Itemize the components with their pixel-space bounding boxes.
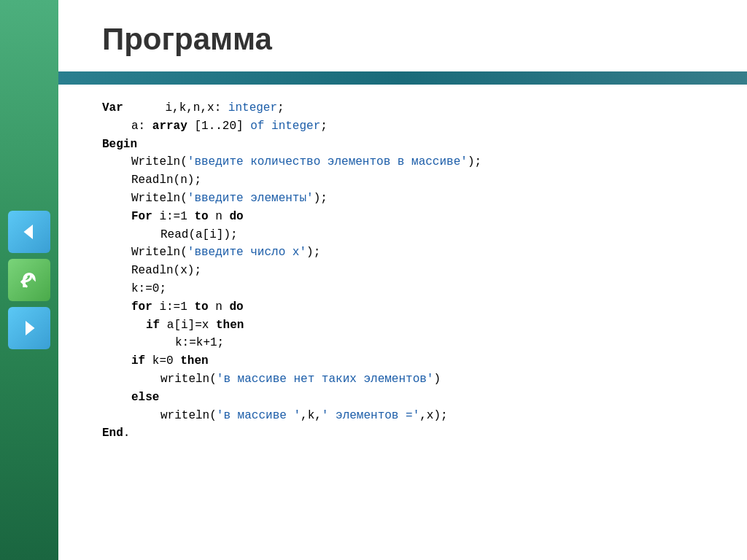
keyword-do: do <box>229 210 243 223</box>
code-text: [1..20] <box>187 120 250 133</box>
main-content: Программа Var i,k,n,x: integer; a: array… <box>58 0 747 560</box>
code-block: Var i,k,n,x: integer; a: array [1..20] o… <box>102 99 703 443</box>
keyword-do2: do <box>229 300 243 314</box>
code-line-18: writeln('в массиве ',k,' элементов =',x)… <box>102 407 703 425</box>
keyword-else: else <box>131 391 159 404</box>
code-line-8: Read(a[i]); <box>102 226 703 244</box>
keyword-for: For <box>131 210 152 223</box>
string-5: 'в массиве ' <box>217 409 301 422</box>
sidebar <box>0 0 58 560</box>
string-1: 'введите количество элементов в массиве' <box>187 155 468 168</box>
code-text: ); <box>468 155 481 168</box>
code-text: k=0 <box>145 354 180 368</box>
string-6: ' элементов =' <box>322 409 419 422</box>
code-text: Readln(x); <box>131 264 201 277</box>
code-text: ; <box>277 101 285 114</box>
keyword-for2: for <box>131 300 152 314</box>
code-text: n <box>209 210 230 223</box>
code-text: k:=k+1; <box>175 336 224 349</box>
code-text: a: <box>131 120 152 133</box>
keyword-of: of <box>250 120 264 133</box>
code-line-17: else <box>102 389 703 407</box>
code-line-11: k:=0; <box>102 280 703 298</box>
home-icon <box>18 269 40 291</box>
back-arrow-icon <box>18 221 40 243</box>
string-4: 'в массиве нет таких элементов' <box>217 373 434 386</box>
keyword-if2: if <box>131 354 145 368</box>
code-line-4: Writeln('введите количество элементов в … <box>102 153 703 171</box>
code-text: Writeln( <box>131 246 187 259</box>
code-line-2: a: array [1..20] of integer; <box>102 117 703 136</box>
code-text: n <box>209 300 230 314</box>
code-area: Var i,k,n,x: integer; a: array [1..20] o… <box>58 85 747 560</box>
keyword-then: then <box>216 319 244 332</box>
code-text: ,x); <box>419 409 447 422</box>
keyword-to: to <box>194 210 208 223</box>
code-line-7: For i:=1 to n do <box>102 208 703 226</box>
code-line-15: if k=0 then <box>102 352 703 370</box>
type-integer2: integer <box>271 120 320 133</box>
code-line-6: Writeln('введите элементы'); <box>102 190 703 208</box>
keyword-to2: to <box>194 300 208 314</box>
code-line-5: Readln(n); <box>102 171 703 190</box>
keyword-then2: then <box>180 354 208 368</box>
code-line-14: k:=k+1; <box>102 334 703 352</box>
code-text: Read(a[i]); <box>160 228 238 241</box>
code-text: . <box>123 427 131 440</box>
code-line-1: Var i,k,n,x: integer; <box>102 99 703 117</box>
svg-marker-0 <box>24 225 34 239</box>
page-title: Программа <box>102 22 703 57</box>
code-line-12: for i:=1 to n do <box>102 298 703 316</box>
forward-button[interactable] <box>8 307 50 349</box>
keyword-if: if <box>146 319 160 332</box>
code-text: k:=0; <box>131 282 166 295</box>
keyword-var: Var <box>102 101 123 114</box>
code-line-3: Begin <box>102 136 703 154</box>
code-text: i:=1 <box>152 210 195 223</box>
code-text: a[i]=x <box>160 319 216 332</box>
top-area: Программа <box>58 0 747 71</box>
code-text: i,k,n,x: <box>165 101 228 114</box>
code-text: ; <box>320 120 328 133</box>
home-button[interactable] <box>8 259 50 301</box>
code-line-10: Readln(x); <box>102 262 703 280</box>
string-3: 'введите число x' <box>187 246 306 259</box>
code-line-13: if a[i]=x then <box>102 316 703 335</box>
code-line-19: End. <box>102 424 703 443</box>
code-text: writeln( <box>160 373 217 386</box>
string-2: 'введите элементы' <box>187 192 314 205</box>
keyword-begin: Begin <box>102 138 137 151</box>
code-text: Readln(n); <box>131 174 201 187</box>
code-text: i:=1 <box>152 300 195 314</box>
code-text: ); <box>314 192 328 205</box>
code-line-16: writeln('в массиве нет таких элементов') <box>102 370 703 389</box>
code-text: ) <box>433 373 441 386</box>
keyword-array: array <box>152 120 187 133</box>
type-integer: integer <box>228 101 277 114</box>
code-text: ); <box>306 246 320 259</box>
back-button[interactable] <box>8 211 50 253</box>
code-text: ,k, <box>301 409 322 422</box>
code-text: writeln( <box>160 409 217 422</box>
keyword-end: End <box>102 427 123 440</box>
divider-bar <box>58 71 747 85</box>
forward-arrow-icon <box>18 317 40 339</box>
svg-marker-1 <box>26 321 35 335</box>
code-text: Writeln( <box>131 192 187 205</box>
code-line-9: Writeln('введите число x'); <box>102 244 703 262</box>
code-text <box>264 120 271 133</box>
code-text: Writeln( <box>131 155 187 168</box>
